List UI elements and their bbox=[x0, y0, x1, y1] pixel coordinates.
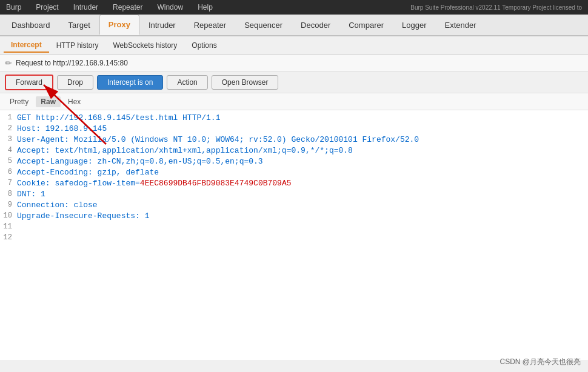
line-text: Host: 192.168.9.145 bbox=[17, 124, 107, 133]
subtab-intercept[interactable]: Intercept bbox=[4, 38, 49, 53]
menu-help[interactable]: Help bbox=[194, 2, 216, 13]
table-row: 1GET http://192.168.9.145/test.html HTTP… bbox=[0, 113, 588, 124]
view-tabs: Pretty Raw Hex bbox=[0, 93, 588, 110]
line-number: 4 bbox=[0, 146, 17, 154]
table-row: 2Host: 192.168.9.145 bbox=[0, 124, 588, 135]
drop-button[interactable]: Drop bbox=[57, 75, 93, 90]
line-number: 6 bbox=[0, 168, 17, 176]
menu-project[interactable]: Project bbox=[32, 2, 62, 13]
line-number: 3 bbox=[0, 135, 17, 144]
line-number: 12 bbox=[0, 233, 17, 242]
line-number: 1 bbox=[0, 113, 17, 122]
line-number: 5 bbox=[0, 157, 17, 165]
line-text: User-Agent: Mozilla/5.0 (Windows NT 10.0… bbox=[17, 135, 419, 144]
menu-burp[interactable]: Burp bbox=[2, 2, 25, 13]
forward-button[interactable]: Forward bbox=[5, 75, 53, 90]
table-row: 11 bbox=[0, 222, 588, 233]
tab-decoder[interactable]: Decoder bbox=[292, 15, 339, 35]
table-row: 9Connection: close bbox=[0, 200, 588, 211]
menu-bar: Burp Project Intruder Repeater Window He… bbox=[0, 0, 588, 15]
view-tab-pretty[interactable]: Pretty bbox=[5, 96, 33, 107]
line-number: 9 bbox=[0, 201, 17, 209]
line-number: 2 bbox=[0, 124, 17, 133]
line-number: 11 bbox=[0, 222, 17, 231]
table-row: 10Upgrade-Insecure-Requests: 1 bbox=[0, 211, 588, 222]
request-content-area[interactable]: 1GET http://192.168.9.145/test.html HTTP… bbox=[0, 110, 588, 360]
tab-target[interactable]: Target bbox=[59, 15, 99, 35]
request-info-bar: ✏ Request to http://192.168.9.145:80 bbox=[0, 55, 588, 71]
menu-window[interactable]: Window bbox=[153, 2, 187, 13]
intercept-toggle-button[interactable]: Intercept is on bbox=[97, 75, 163, 90]
sub-nav: Intercept HTTP history WebSockets histor… bbox=[0, 36, 588, 55]
subtab-options[interactable]: Options bbox=[184, 39, 224, 52]
subtab-websockets-history[interactable]: WebSockets history bbox=[105, 39, 184, 52]
action-button[interactable]: Action bbox=[167, 75, 207, 90]
toolbar: Forward Drop Intercept is on Action Open… bbox=[0, 71, 588, 93]
cookie-value: 4EEC8699DB46FBD9083E4749C0B709A5 bbox=[140, 179, 292, 188]
main-nav: Dashboard Target Proxy Intruder Repeater… bbox=[0, 15, 588, 36]
tab-repeater[interactable]: Repeater bbox=[185, 15, 235, 35]
table-row: 4Accept: text/html,application/xhtml+xml… bbox=[0, 145, 588, 156]
table-row: 12 bbox=[0, 233, 588, 244]
tab-intruder[interactable]: Intruder bbox=[139, 15, 185, 35]
request-url: Request to http://192.168.9.145:80 bbox=[16, 59, 128, 67]
table-row: 8DNT: 1 bbox=[0, 189, 588, 200]
line-number: 7 bbox=[0, 179, 17, 187]
table-row: 5Accept-Language: zh-CN,zh;q=0.8,en-US;q… bbox=[0, 156, 588, 167]
table-row: 6Accept-Encoding: gzip, deflate bbox=[0, 167, 588, 178]
table-row: 3User-Agent: Mozilla/5.0 (Windows NT 10.… bbox=[0, 135, 588, 145]
line-text: GET http://192.168.9.145/test.html HTTP/… bbox=[17, 113, 220, 122]
watermark: CSDN @月亮今天也很亮 bbox=[499, 357, 581, 367]
pencil-icon: ✏ bbox=[5, 58, 12, 68]
subtab-http-history[interactable]: HTTP history bbox=[49, 39, 106, 52]
menu-repeater[interactable]: Repeater bbox=[109, 2, 146, 13]
line-number: 8 bbox=[0, 190, 17, 198]
view-tab-hex[interactable]: Hex bbox=[63, 96, 85, 107]
line-text: Accept-Language: zh-CN,zh;q=0.8,en-US;q=… bbox=[17, 157, 263, 166]
table-row: 7Cookie: safedog-flow-item=4EEC8699DB46F… bbox=[0, 178, 588, 189]
view-tab-raw[interactable]: Raw bbox=[36, 96, 61, 107]
tab-sequencer[interactable]: Sequencer bbox=[235, 15, 292, 35]
line-text: Accept-Encoding: gzip, deflate bbox=[17, 168, 159, 177]
menu-intruder[interactable]: Intruder bbox=[70, 2, 102, 13]
tab-logger[interactable]: Logger bbox=[393, 15, 435, 35]
tab-comparer[interactable]: Comparer bbox=[339, 15, 393, 35]
title-info: Burp Suite Professional v2022.11 Tempora… bbox=[407, 3, 586, 12]
line-text: Upgrade-Insecure-Requests: 1 bbox=[17, 211, 149, 221]
line-text: Accept: text/html,application/xhtml+xml,… bbox=[17, 146, 353, 155]
line-text: Cookie: safedog-flow-item=4EEC8699DB46FB… bbox=[17, 179, 291, 188]
line-text: DNT: 1 bbox=[17, 190, 45, 199]
open-browser-button[interactable]: Open Browser bbox=[212, 75, 279, 90]
tab-extender[interactable]: Extender bbox=[436, 15, 486, 35]
tab-dashboard[interactable]: Dashboard bbox=[2, 15, 59, 35]
tab-proxy[interactable]: Proxy bbox=[99, 15, 139, 35]
line-number: 10 bbox=[0, 211, 17, 220]
line-text: Connection: close bbox=[17, 201, 98, 210]
